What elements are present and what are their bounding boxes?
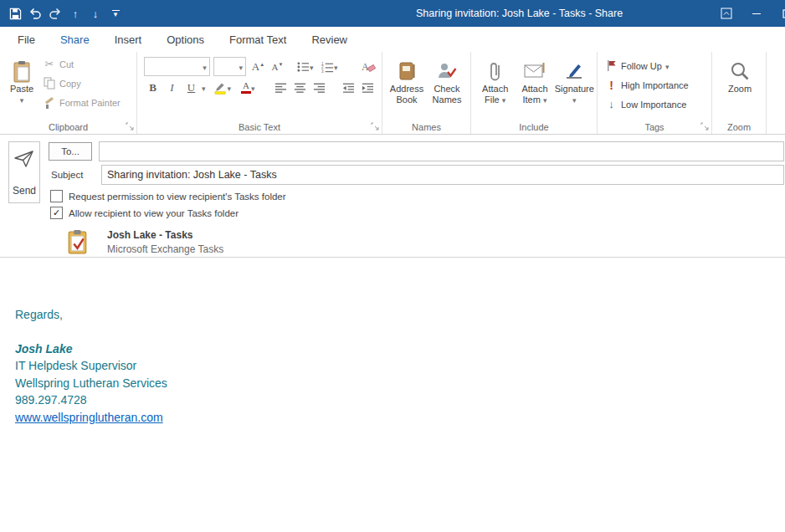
clipboard-group: Paste Cut Copy Format	[0, 52, 137, 134]
basic-text-dialog-launcher-icon[interactable]	[370, 121, 380, 131]
follow-up-button[interactable]: Follow Up	[604, 56, 711, 75]
chevron-down-icon	[502, 95, 506, 105]
address-book-icon	[398, 59, 416, 84]
send-button[interactable]: Send	[8, 141, 40, 203]
tags-dialog-launcher-icon[interactable]	[700, 121, 710, 131]
shrink-font-button[interactable]	[269, 58, 286, 75]
italic-button[interactable]: I	[163, 79, 181, 96]
names-group-label: Names	[382, 122, 470, 132]
grow-font-icon	[252, 60, 264, 74]
paste-icon	[13, 59, 31, 84]
paste-button[interactable]: Paste	[4, 54, 39, 122]
font-color-button[interactable]	[236, 79, 259, 96]
numbering-button[interactable]: 123	[318, 58, 341, 75]
save-icon[interactable]	[5, 3, 25, 23]
subject-input[interactable]	[101, 165, 784, 185]
to-input[interactable]	[99, 141, 784, 161]
increase-indent-icon	[362, 82, 374, 94]
copy-button[interactable]: Copy	[42, 74, 121, 93]
cut-icon	[42, 58, 57, 70]
align-left-icon	[274, 82, 287, 94]
format-painter-button[interactable]: Format Painter	[42, 93, 121, 112]
address-book-button[interactable]: Address Book	[387, 54, 427, 122]
bold-button[interactable]: B	[144, 79, 162, 96]
next-item-icon[interactable]	[85, 3, 105, 23]
undo-icon[interactable]	[25, 3, 45, 23]
minimize-button[interactable]	[743, 0, 770, 27]
align-right-button[interactable]	[310, 79, 328, 96]
align-right-icon	[313, 82, 326, 94]
bullets-button[interactable]	[294, 58, 316, 75]
signature-button[interactable]: Signature	[555, 54, 594, 122]
high-importance-button[interactable]: High Importance	[604, 75, 711, 95]
send-icon	[14, 150, 34, 171]
signature-company: Wellspring Lutheran Services	[15, 375, 785, 392]
low-importance-button[interactable]: Low Importance	[604, 95, 711, 114]
check-names-button[interactable]: Check Names	[427, 54, 467, 122]
attach-item-button[interactable]: Attach Item	[515, 54, 554, 122]
chevron-down-icon	[20, 95, 24, 106]
tasks-icon	[67, 229, 92, 255]
grow-font-button[interactable]	[249, 58, 267, 75]
compose-header: Send To... Subject Request permission to…	[0, 135, 785, 257]
include-group: Attach File Attach Item Signature Includ…	[471, 52, 598, 134]
font-name-combo[interactable]	[144, 57, 210, 76]
checkbox-icon[interactable]	[50, 207, 63, 219]
decrease-indent-button[interactable]	[340, 79, 357, 96]
tab-share[interactable]: Share	[48, 27, 102, 52]
decrease-indent-icon	[342, 82, 355, 94]
svg-text:3: 3	[321, 69, 324, 72]
customize-qat-icon[interactable]	[105, 3, 126, 23]
previous-item-icon[interactable]	[65, 3, 85, 23]
clear-formatting-button[interactable]: A	[359, 58, 377, 75]
tab-review[interactable]: Review	[299, 27, 360, 52]
request-permission-checkbox[interactable]: Request permission to view recipient's T…	[50, 190, 784, 202]
quick-access-toolbar	[5, 0, 126, 27]
ribbon-display-options-icon[interactable]	[713, 0, 740, 27]
signature-name: Josh Lake	[15, 340, 785, 358]
ribbon: Paste Cut Copy Format	[0, 52, 785, 135]
redo-icon[interactable]	[45, 3, 65, 23]
chevron-down-icon	[239, 61, 243, 73]
titlebar: Sharing invitation: Josh Lake - Tasks - …	[0, 0, 785, 27]
attach-item-icon	[524, 59, 546, 84]
tab-options[interactable]: Options	[154, 27, 217, 52]
allow-recipient-checkbox[interactable]: Allow recipient to view your Tasks folde…	[50, 207, 784, 219]
highlight-icon	[214, 81, 227, 95]
zoom-button[interactable]: Zoom	[717, 54, 762, 122]
align-left-button[interactable]	[272, 79, 290, 96]
tab-file[interactable]: File	[5, 27, 48, 52]
shrink-font-icon	[272, 61, 284, 73]
zoom-group-label: Zoom	[712, 122, 766, 132]
font-color-icon	[241, 81, 251, 94]
chevron-down-icon	[665, 61, 670, 71]
font-size-combo[interactable]	[213, 57, 246, 76]
clipboard-dialog-launcher-icon[interactable]	[125, 121, 135, 131]
tags-group-label: Tags	[598, 122, 711, 132]
underline-button[interactable]: U	[182, 79, 200, 96]
maximize-button[interactable]	[773, 0, 785, 27]
website-link[interactable]: www.wellspringlutheran.com	[15, 411, 163, 424]
cut-button[interactable]: Cut	[42, 54, 121, 74]
shared-folder-item: Josh Lake - Tasks Microsoft Exchange Tas…	[67, 229, 784, 255]
names-group: Address Book Check Names Names	[382, 52, 471, 134]
chevron-down-icon[interactable]	[202, 82, 206, 94]
tab-insert[interactable]: Insert	[102, 27, 155, 52]
align-center-icon	[294, 82, 306, 94]
attach-file-button[interactable]: Attach File	[475, 54, 515, 122]
align-center-button[interactable]	[291, 79, 309, 96]
zoom-icon	[729, 59, 751, 84]
checkbox-icon[interactable]	[50, 190, 63, 202]
svg-text:A: A	[362, 61, 369, 73]
text-highlight-button[interactable]	[211, 79, 234, 96]
chevron-down-icon	[543, 95, 547, 105]
increase-indent-button[interactable]	[359, 79, 377, 96]
tab-format-text[interactable]: Format Text	[217, 27, 299, 52]
high-importance-icon	[604, 79, 618, 92]
to-button[interactable]: To...	[49, 142, 92, 161]
basic-text-group-label: Basic Text	[137, 122, 382, 132]
basic-text-group: 123 A B I U	[137, 52, 382, 134]
shared-item-title: Josh Lake - Tasks	[107, 229, 223, 241]
message-body[interactable]: Regards, Josh Lake IT Helpdesk Superviso…	[0, 257, 785, 532]
chevron-down-icon	[572, 95, 577, 106]
